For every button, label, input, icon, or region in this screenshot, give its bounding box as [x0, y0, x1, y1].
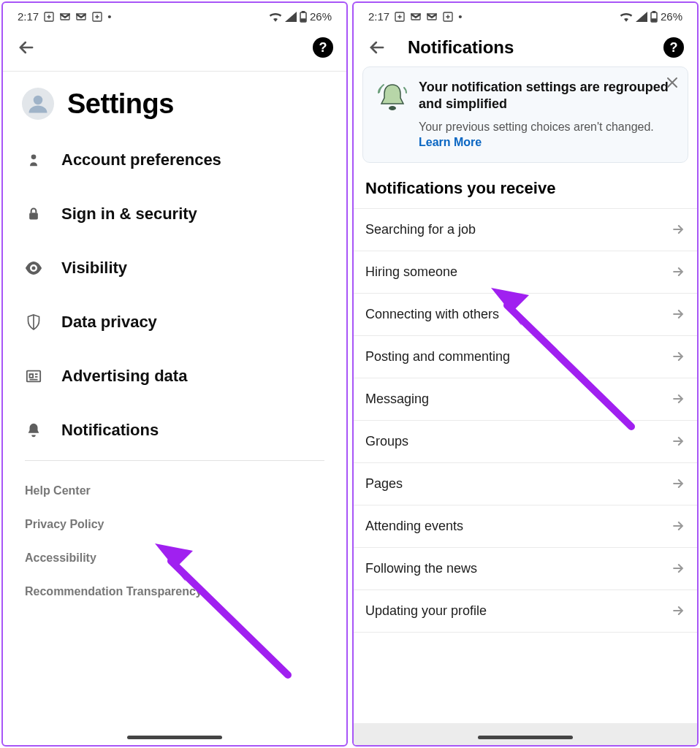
lock-icon: [25, 206, 42, 222]
divider: [25, 460, 324, 461]
mail-icon: [410, 11, 422, 23]
notif-label: Updating your profile: [365, 603, 487, 619]
svg-rect-17: [653, 11, 655, 12]
chevron-right-icon: [671, 519, 685, 533]
chevron-right-icon: [671, 434, 685, 449]
notif-row-connecting[interactable]: Connecting with others: [354, 294, 697, 336]
signal-icon: [285, 12, 297, 22]
notif-label: Pages: [365, 476, 403, 492]
settings-item-visibility[interactable]: Visibility: [3, 241, 346, 295]
settings-label: Notifications: [61, 421, 159, 440]
notif-row-events[interactable]: Attending events: [354, 505, 697, 548]
info-card: Your notification settings are regrouped…: [362, 66, 688, 163]
wifi-icon: [269, 12, 282, 22]
page-title: Settings: [67, 88, 174, 120]
notif-label: Connecting with others: [365, 307, 499, 322]
mail-icon: [59, 11, 71, 23]
chevron-right-icon: [671, 561, 685, 576]
notif-row-pages[interactable]: Pages: [354, 463, 697, 505]
battery-percent: 26%: [310, 10, 332, 23]
svg-rect-9: [29, 213, 38, 219]
svg-point-19: [389, 106, 396, 110]
settings-label: Sign in & security: [61, 205, 197, 224]
svg-point-7: [34, 96, 43, 105]
svg-rect-5: [302, 11, 304, 12]
footer-link-recommendation[interactable]: Recommendation Transparency: [25, 575, 324, 608]
notification-icon: [43, 11, 55, 23]
back-arrow-icon[interactable]: [367, 37, 387, 58]
notif-label: Attending events: [365, 519, 463, 534]
notif-row-groups[interactable]: Groups: [354, 421, 697, 463]
chevron-right-icon: [671, 476, 685, 491]
mail-icon-2: [75, 11, 87, 23]
settings-item-security[interactable]: Sign in & security: [3, 187, 346, 241]
eye-icon: [25, 262, 42, 275]
notifications-screen: 2:17 • 26%: [352, 1, 699, 747]
settings-item-account[interactable]: Account preferences: [3, 133, 346, 187]
battery-icon: [650, 11, 658, 23]
settings-label: Advertising data: [61, 367, 187, 386]
page-title: Notifications: [408, 37, 514, 58]
notification-list: Searching for a job Hiring someone Conne…: [354, 208, 697, 633]
card-title: Your notification settings are regrouped…: [419, 79, 676, 113]
svg-rect-18: [652, 19, 656, 21]
chevron-right-icon: [671, 307, 685, 321]
bell-illustration-icon: [373, 79, 408, 150]
newspaper-icon: [25, 369, 42, 383]
status-bar: 2:17 • 26%: [354, 3, 697, 27]
notif-row-searching-job[interactable]: Searching for a job: [354, 208, 697, 251]
more-dot: •: [107, 10, 111, 23]
svg-rect-6: [301, 19, 305, 21]
notif-row-messaging[interactable]: Messaging: [354, 378, 697, 421]
settings-label: Visibility: [61, 259, 127, 278]
notification-icon: [394, 11, 406, 23]
notif-row-hiring[interactable]: Hiring someone: [354, 251, 697, 294]
settings-item-notifications[interactable]: Notifications: [3, 403, 346, 457]
notif-label: Groups: [365, 434, 408, 449]
bottom-strip: [354, 723, 697, 745]
signal-icon: [636, 12, 647, 22]
footer-link-help[interactable]: Help Center: [25, 474, 324, 508]
status-time: 2:17: [18, 10, 39, 23]
settings-label: Account preferences: [61, 150, 221, 169]
help-icon[interactable]: ?: [663, 37, 684, 58]
settings-label: Data privacy: [61, 313, 157, 332]
back-arrow-icon[interactable]: [16, 37, 37, 58]
home-indicator[interactable]: [478, 736, 573, 739]
settings-item-advertising[interactable]: Advertising data: [3, 349, 346, 403]
settings-item-privacy[interactable]: Data privacy: [3, 295, 346, 349]
notif-row-profile[interactable]: Updating your profile: [354, 590, 697, 633]
svg-point-10: [32, 267, 36, 270]
battery-percent: 26%: [661, 10, 682, 23]
status-time: 2:17: [368, 10, 389, 23]
app-icon: [442, 11, 454, 23]
chevron-right-icon: [671, 222, 685, 237]
notif-row-posting[interactable]: Posting and commenting: [354, 336, 697, 378]
chevron-right-icon: [671, 349, 685, 364]
settings-title-row: Settings: [3, 72, 346, 133]
footer-link-privacy[interactable]: Privacy Policy: [25, 508, 324, 541]
notif-row-news[interactable]: Following the news: [354, 548, 697, 590]
wifi-icon: [620, 12, 633, 22]
learn-more-link[interactable]: Learn More: [419, 136, 482, 148]
close-icon[interactable]: [666, 76, 679, 89]
person-icon: [25, 152, 42, 168]
app-icon: [91, 11, 103, 23]
chevron-right-icon: [671, 603, 685, 618]
mail-icon-2: [426, 11, 438, 23]
battery-icon: [300, 11, 307, 23]
notif-label: Posting and commenting: [365, 349, 510, 365]
notif-label: Hiring someone: [365, 264, 457, 280]
avatar[interactable]: [22, 88, 54, 120]
footer-link-accessibility[interactable]: Accessibility: [25, 541, 324, 575]
svg-point-8: [31, 155, 37, 160]
chevron-right-icon: [671, 392, 685, 406]
notif-label: Following the news: [365, 561, 477, 576]
card-subtitle: Your previous setting choices aren't cha…: [419, 119, 676, 150]
app-header: Notifications ?: [354, 27, 697, 66]
app-header: ?: [3, 27, 346, 72]
help-icon[interactable]: ?: [313, 37, 333, 58]
home-indicator[interactable]: [127, 736, 222, 739]
notif-label: Searching for a job: [365, 222, 476, 237]
chevron-right-icon: [671, 264, 685, 279]
